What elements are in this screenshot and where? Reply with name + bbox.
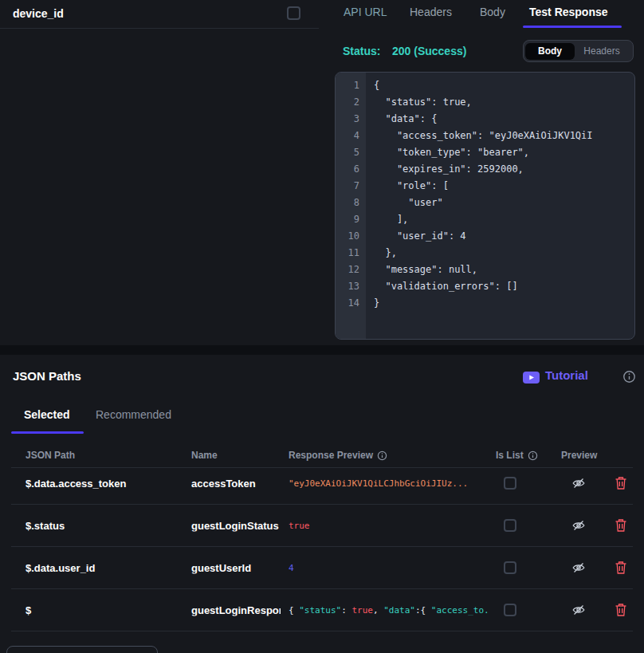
json-paths-title: JSON Paths	[13, 369, 81, 383]
code-line: 9 ],	[336, 211, 634, 228]
response-body-viewer[interactable]: 1{ 2 "status": true, 3 "data": { 4 "acce…	[335, 72, 635, 340]
variable-name-label: device_id	[13, 7, 64, 20]
json-path-row: $.data.user_id guestUserId 4	[0, 546, 644, 588]
status-value: 200 (Success)	[392, 45, 466, 57]
add-json-path-button[interactable]	[6, 646, 158, 653]
eye-off-icon[interactable]	[571, 604, 587, 616]
is-list-checkbox[interactable]	[504, 519, 516, 532]
section-divider	[0, 345, 644, 355]
tutorial-link[interactable]: Tutorial	[545, 368, 588, 382]
column-header-preview: Preview	[561, 450, 597, 461]
code-line: 5 "token_type": "bearer",	[336, 144, 634, 161]
code-line: 14}	[336, 295, 634, 312]
delete-icon[interactable]	[615, 518, 627, 533]
tab-test-response[interactable]: Test Response	[529, 6, 608, 18]
tab-api-url[interactable]: API URL	[344, 6, 387, 18]
json-path-name: accessToken	[191, 477, 281, 489]
body-headers-toggle: Body Headers	[523, 40, 634, 62]
info-icon[interactable]	[528, 450, 538, 461]
youtube-icon[interactable]	[523, 372, 540, 384]
toggle-body[interactable]: Body	[525, 43, 575, 60]
column-header-name: Name	[191, 450, 218, 461]
json-path-value: $.status	[26, 519, 65, 531]
is-list-checkbox[interactable]	[504, 561, 516, 574]
tab-recommended[interactable]: Recommended	[96, 408, 171, 421]
code-line: 2 "status": true,	[336, 94, 634, 111]
code-line: 11 },	[336, 245, 634, 262]
is-list-checkbox[interactable]	[504, 477, 516, 490]
eye-off-icon[interactable]	[571, 477, 587, 490]
delete-icon[interactable]	[615, 603, 627, 617]
code-line: 13 "validation_errors": []	[336, 278, 634, 295]
response-preview-value: { "status": true, "data":{ "access_to...	[289, 604, 488, 615]
json-path-value: $	[26, 604, 31, 616]
json-path-name: guestLoginStatus	[191, 519, 281, 531]
response-json: 1{ 2 "status": true, 3 "data": { 4 "acce…	[336, 77, 634, 312]
delete-icon[interactable]	[615, 476, 627, 490]
code-line: 8 "user"	[336, 195, 634, 211]
response-preview-value: true	[289, 520, 488, 530]
variable-checkbox[interactable]	[287, 6, 300, 20]
eye-off-icon[interactable]	[571, 519, 587, 532]
selected-tab-underline	[11, 431, 84, 434]
tab-selected[interactable]: Selected	[24, 408, 70, 421]
code-line: 3 "data": {	[336, 111, 634, 128]
json-path-row: $ guestLoginResponse { "status": true, "…	[0, 588, 644, 631]
tab-headers[interactable]: Headers	[410, 6, 452, 18]
api-call-config-dialog: device_id API URL Headers Body Test Resp…	[0, 0, 644, 653]
code-line: 10 "user_id": 4	[336, 228, 634, 245]
tab-body[interactable]: Body	[480, 6, 505, 18]
eye-off-icon[interactable]	[571, 561, 587, 574]
code-line: 12 "message": null,	[336, 262, 634, 278]
json-path-row: $.status guestLoginStatus true	[0, 504, 644, 546]
info-icon[interactable]	[622, 370, 636, 384]
status-label: Status:	[343, 45, 380, 57]
response-preview-value: 4	[289, 562, 488, 572]
json-path-row: $.data.access_token accessToken "eyJ0eXA…	[0, 462, 644, 504]
column-header-is-list: Is List	[496, 450, 538, 461]
json-path-value: $.data.access_token	[26, 477, 126, 489]
variable-row-divider	[0, 28, 319, 29]
row-divider	[11, 631, 633, 631]
code-line: 6 "expires_in": 2592000,	[336, 161, 634, 178]
code-line: 1{	[336, 77, 634, 94]
json-path-name: guestUserId	[191, 561, 281, 573]
toggle-headers[interactable]: Headers	[575, 43, 629, 60]
column-header-json-path: JSON Path	[26, 450, 75, 461]
active-tab-underline	[523, 26, 622, 28]
code-line: 7 "role": [	[336, 178, 634, 195]
is-list-checkbox[interactable]	[504, 604, 516, 616]
json-path-name: guestLoginResponse	[191, 604, 281, 616]
code-line: 4 "access_token": "eyJ0eXAiOiJKV1QiI	[336, 128, 634, 144]
response-preview-value: "eyJ0eXAiOiJKV1QiLCJhbGciOiJIUz...	[289, 478, 488, 488]
delete-icon[interactable]	[615, 561, 627, 575]
column-header-response-preview: Response Preview	[289, 450, 387, 461]
info-icon[interactable]	[377, 450, 387, 461]
json-path-value: $.data.user_id	[26, 561, 95, 573]
